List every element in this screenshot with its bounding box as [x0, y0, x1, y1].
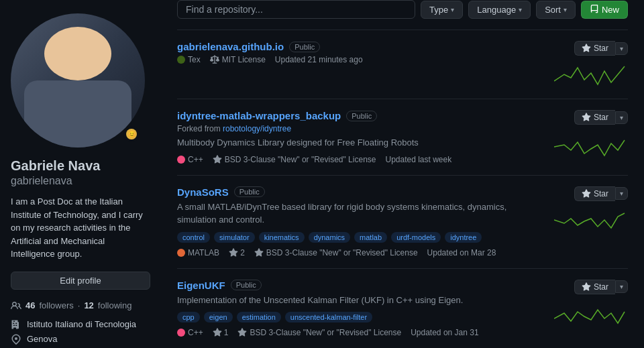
avatar: [11, 13, 145, 148]
star-icon-4: [582, 282, 591, 292]
repo-title-row-2: idyntree-matlab-wrappers_backup Public: [177, 110, 530, 121]
star-btn-group-4: Star ▾: [574, 280, 628, 294]
sparkline-3: [554, 207, 628, 233]
repo-title-row-1: gabrielenava.github.io Public: [177, 41, 530, 52]
repo-updated-1: Updated 21 minutes ago: [275, 55, 363, 64]
location-name: Genova: [27, 334, 58, 344]
tag-matlab[interactable]: matlab: [354, 232, 387, 243]
tag-control[interactable]: control: [177, 232, 210, 243]
star-btn-group-1: Star ▾: [574, 41, 628, 56]
sidebar: 😊 Gabriele Nava gabrielenava I am a Post…: [0, 0, 161, 348]
edit-profile-button[interactable]: Edit profile: [11, 272, 150, 290]
location-icon: [11, 334, 21, 345]
followers-label: followers: [39, 300, 73, 310]
tag-cpp[interactable]: cpp: [177, 312, 200, 323]
tag-simulator[interactable]: simulator: [214, 232, 255, 243]
star-caret-2[interactable]: ▾: [615, 111, 628, 124]
repo-visibility-2: Public: [346, 111, 377, 121]
status-badge: 😊: [123, 126, 140, 142]
org-item: Istituto Italiano di Tecnologia: [11, 319, 150, 330]
profile-username: gabrielenava: [11, 175, 150, 187]
repo-meta-4: C++ 1 BSD 3-Clause "New" or "Revised" Li…: [177, 328, 530, 337]
repo-stars-4: 1: [213, 328, 229, 337]
people-icon: [11, 300, 21, 311]
repo-desc-2: Multibody Dynamics Library designed for …: [177, 136, 530, 150]
star-caret-3[interactable]: ▾: [615, 187, 628, 200]
sparkline-2: [554, 130, 628, 157]
star-button-1[interactable]: Star: [574, 41, 615, 56]
law-icon-2: [213, 155, 222, 164]
repo-title-row-4: EigenUKF Public: [177, 280, 530, 291]
repo-name-4[interactable]: EigenUKF: [177, 280, 225, 291]
star-caret-1[interactable]: ▾: [615, 42, 628, 55]
repo-updated-3: Updated on Mar 28: [427, 248, 496, 257]
star-caret-4[interactable]: ▾: [615, 280, 628, 293]
repo-info-4: EigenUKF Public Implementation of the Un…: [177, 280, 530, 338]
building-icon: [11, 319, 21, 330]
tag-dynamics[interactable]: dynamics: [309, 232, 350, 243]
repo-name-3[interactable]: DynaSoRS: [177, 186, 229, 198]
avatar-wrap: 😊: [11, 13, 145, 148]
repo-meta-2: C++ BSD 3-Clause "New" or "Revised" Lice…: [177, 155, 530, 164]
repo-license-4: BSD 3-Clause "New" or "Revised" License: [237, 328, 401, 337]
type-dropdown[interactable]: Type ▾: [421, 1, 463, 19]
repo-name-2[interactable]: idyntree-matlab-wrappers_backup: [177, 110, 341, 121]
repo-meta-3: MATLAB 2 BSD 3-Clause "New" or "Revised"…: [177, 248, 530, 257]
following-count[interactable]: 12: [84, 300, 93, 310]
lang-dot-4: [177, 329, 185, 337]
sparkline-4: [554, 300, 628, 327]
followers-count[interactable]: 46: [25, 300, 35, 310]
profile-name: Gabriele Nava: [11, 158, 150, 174]
tag-kinematics[interactable]: kinematics: [259, 232, 305, 243]
repo-info-1: gabrielenava.github.io Public Tex MIT Li…: [177, 41, 530, 64]
repo-card-1: gabrielenava.github.io Public Tex MIT Li…: [177, 30, 628, 99]
star-count-icon-3: [229, 248, 238, 257]
repo-language-2: C++: [177, 155, 203, 164]
profile-bio: I am a Post Doc at the Italian Institute…: [11, 195, 150, 261]
star-button-2[interactable]: Star: [574, 110, 615, 125]
repo-info-3: DynaSoRS Public A small MATLAB/iDynTree …: [177, 186, 530, 257]
repo-updated-4: Updated on Jan 31: [411, 328, 478, 337]
fork-link-2[interactable]: robotology/idyntree: [223, 124, 291, 133]
tag-idyntree[interactable]: idyntree: [445, 232, 482, 243]
repo-card-2: idyntree-matlab-wrappers_backup Public F…: [177, 99, 628, 175]
repo-name-1[interactable]: gabrielenava.github.io: [177, 41, 284, 52]
star-btn-group-2: Star ▾: [574, 110, 628, 125]
repo-language-4: C++: [177, 328, 203, 337]
main-content: Type ▾ Language ▾ Sort ▾ New gabrielenav…: [161, 0, 644, 348]
following-label: following: [98, 300, 132, 310]
star-button-4[interactable]: Star: [574, 280, 615, 294]
repo-license-1: MIT License: [210, 55, 266, 64]
law-icon-4: [237, 328, 247, 337]
tag-urdf-models[interactable]: urdf-models: [391, 232, 441, 243]
sort-dropdown[interactable]: Sort ▾: [536, 1, 576, 19]
repo-visibility-4: Public: [231, 280, 262, 290]
repo-desc-3: A small MATLAB/iDynTree based library fo…: [177, 200, 530, 227]
sort-chevron-icon: ▾: [564, 6, 567, 13]
toolbar: Type ▾ Language ▾ Sort ▾ New: [177, 0, 628, 19]
repo-updated-2: Updated last week: [385, 155, 451, 164]
lang-dot-2: [177, 156, 185, 164]
new-repo-button[interactable]: New: [581, 1, 628, 19]
org-name: Istituto Italiano di Tecnologia: [27, 319, 136, 329]
tag-estimation[interactable]: estimation: [237, 312, 281, 323]
search-input[interactable]: [177, 0, 415, 19]
law-icon-3: [254, 248, 264, 257]
star-btn-group-3: Star ▾: [574, 186, 628, 201]
tag-eigen[interactable]: eigen: [204, 312, 233, 323]
lang-dot-1: [177, 56, 185, 64]
repo-meta-1: Tex MIT License Updated 21 minutes ago: [177, 55, 530, 64]
followers-row: 46 followers · 12 following: [11, 300, 150, 311]
language-dropdown[interactable]: Language ▾: [468, 1, 531, 19]
location-item: Genova: [11, 334, 150, 345]
repo-license-2: BSD 3-Clause "New" or "Revised" License: [213, 155, 376, 164]
repo-card-4: EigenUKF Public Implementation of the Un…: [177, 268, 628, 349]
star-button-3[interactable]: Star: [574, 186, 615, 201]
star-icon-3: [582, 189, 591, 198]
tag-unscented-kalman-filter[interactable]: unscented-kalman-filter: [285, 312, 372, 323]
status-dot: 😊: [126, 129, 137, 139]
star-icon-1: [582, 44, 591, 53]
repo-fork-2: Forked from robotology/idyntree: [177, 124, 530, 133]
star-icon-2: [582, 113, 591, 122]
repo-desc-4: Implementation of the Unscented Kalman F…: [177, 294, 530, 307]
